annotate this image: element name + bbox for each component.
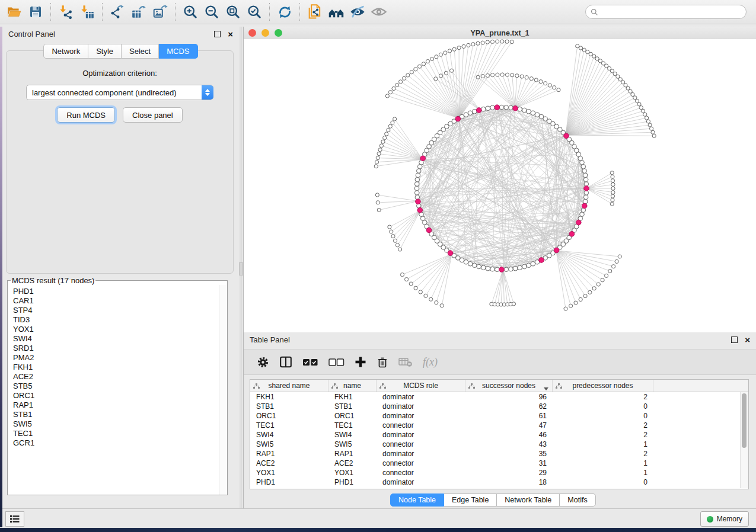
table-row[interactable]: PHD1PHD1dominator180 xyxy=(250,477,748,487)
gear-icon xyxy=(257,356,269,368)
import-network-button[interactable] xyxy=(55,2,76,22)
zoom-out-button[interactable] xyxy=(201,2,222,22)
export-network-button[interactable] xyxy=(107,2,128,22)
splitter-handle[interactable] xyxy=(239,262,243,275)
result-node[interactable]: SWI4 xyxy=(13,334,219,344)
import-table-button[interactable] xyxy=(76,2,98,22)
first-neighbors-button[interactable] xyxy=(326,2,347,22)
open-session-button[interactable] xyxy=(4,2,25,22)
close-panel-icon[interactable]: × xyxy=(228,30,233,39)
result-node[interactable]: TID3 xyxy=(13,315,219,325)
table-row[interactable]: STB1STB1dominator620 xyxy=(250,402,748,411)
table-row[interactable]: FKH1FKH1dominator962 xyxy=(250,392,748,402)
desktop-wallpaper-edge xyxy=(0,27,2,527)
result-node[interactable]: STB1 xyxy=(13,410,219,419)
tab-style[interactable]: Style xyxy=(88,44,122,59)
cell: 61 xyxy=(465,412,553,420)
control-panel-title: Control Panel xyxy=(8,30,55,39)
zoom-fit-button[interactable] xyxy=(222,2,244,22)
delete-table-button[interactable] xyxy=(398,357,413,367)
export-image-button[interactable] xyxy=(149,2,171,22)
task-history-button[interactable] xyxy=(5,511,24,527)
table-tabs: Node TableEdge TableNetwork TableMotifs xyxy=(390,493,596,507)
network-graph[interactable] xyxy=(244,39,756,332)
cell: 0 xyxy=(553,478,653,486)
criterion-dropdown[interactable]: largest connected component (undirected) xyxy=(26,85,213,100)
binoculars-icon xyxy=(328,4,344,20)
column-header-MCDS-role[interactable]: MCDS role xyxy=(377,380,465,392)
result-node[interactable]: GCR1 xyxy=(13,438,219,448)
table-row[interactable]: TEC1TEC1connector472 xyxy=(250,421,748,430)
result-node[interactable]: SRD1 xyxy=(13,344,219,353)
refresh-button[interactable] xyxy=(274,2,295,22)
table-row[interactable]: ORC1ORC1dominator610 xyxy=(250,411,748,421)
column-header-shared-name[interactable]: shared name xyxy=(250,380,328,392)
refresh-icon xyxy=(277,4,293,20)
scrollbar-thumb[interactable] xyxy=(742,393,747,448)
table-row[interactable]: ACE2ACE2connector311 xyxy=(250,459,748,468)
tab-node-table[interactable]: Node Table xyxy=(390,493,444,507)
column-header-predecessor-nodes[interactable]: predecessor nodes xyxy=(553,380,653,392)
save-session-button[interactable] xyxy=(25,2,46,22)
export-table-button[interactable] xyxy=(128,2,149,22)
zoom-selected-button[interactable] xyxy=(244,2,265,22)
table-row[interactable]: SWI4SWI4dominator462 xyxy=(250,430,748,440)
search-input[interactable] xyxy=(601,6,746,18)
result-node[interactable]: ACE2 xyxy=(13,372,219,382)
result-node[interactable]: CAR1 xyxy=(13,296,219,306)
result-scrollbar[interactable] xyxy=(219,285,227,495)
cell: RAP1 xyxy=(250,450,328,458)
control-panel-titlebar: Control Panel × xyxy=(2,27,239,41)
vertical-splitter[interactable] xyxy=(239,27,243,508)
tab-network[interactable]: Network xyxy=(43,44,88,59)
result-node[interactable]: RAP1 xyxy=(13,400,219,410)
function-builder-button[interactable]: f(x) xyxy=(423,356,438,368)
float-panel-icon[interactable] xyxy=(731,336,738,343)
result-node[interactable]: PMA2 xyxy=(13,353,219,363)
create-column-button[interactable] xyxy=(355,356,366,368)
table-scrollbar[interactable] xyxy=(740,392,748,488)
table-toolbar: f(x) xyxy=(244,349,756,375)
network-window-titlebar[interactable]: YPA_prune.txt_1 xyxy=(244,27,756,40)
result-node[interactable]: ORC1 xyxy=(13,391,219,400)
cell: 1 xyxy=(553,469,653,477)
result-node[interactable]: PHD1 xyxy=(13,287,219,296)
select-all-columns-button[interactable] xyxy=(302,357,318,367)
tab-network-table[interactable]: Network Table xyxy=(497,493,560,507)
tab-edge-table[interactable]: Edge Table xyxy=(444,493,497,507)
table-row[interactable]: RAP1RAP1dominator352 xyxy=(250,449,748,459)
result-node[interactable]: STP4 xyxy=(13,306,219,315)
search-field[interactable] xyxy=(585,5,747,19)
result-node[interactable]: SWI5 xyxy=(13,419,219,429)
result-node[interactable]: FKH1 xyxy=(13,363,219,372)
tab-select[interactable]: Select xyxy=(122,44,159,59)
cell: ORC1 xyxy=(250,412,328,420)
table-row[interactable]: SWI5SWI5connector431 xyxy=(250,440,748,449)
tab-motifs[interactable]: Motifs xyxy=(560,493,595,507)
column-header-successor-nodes[interactable]: successor nodes xyxy=(465,380,553,392)
hide-selected-button[interactable] xyxy=(347,2,368,22)
cell: ACE2 xyxy=(328,459,377,467)
cell: 47 xyxy=(465,421,553,430)
column-header-name[interactable]: name xyxy=(328,380,377,392)
run-mcds-button[interactable]: Run MCDS xyxy=(57,107,115,123)
delete-columns-button[interactable] xyxy=(377,356,388,368)
network-canvas[interactable] xyxy=(244,39,756,332)
memory-button[interactable]: Memory xyxy=(700,511,749,527)
eye-slash-icon xyxy=(349,4,366,20)
settings-gear-button[interactable] xyxy=(257,356,269,368)
show-all-button[interactable] xyxy=(368,2,390,22)
share-document-button[interactable] xyxy=(304,2,326,22)
tab-mcds[interactable]: MCDS xyxy=(159,44,197,59)
float-panel-icon[interactable] xyxy=(214,31,221,37)
result-node[interactable]: TEC1 xyxy=(13,429,219,438)
close-panel-icon[interactable]: × xyxy=(745,335,750,344)
table-mode-button[interactable] xyxy=(279,355,292,368)
unselect-all-columns-button[interactable] xyxy=(328,357,344,367)
cell: 0 xyxy=(553,412,653,420)
result-node[interactable]: YOX1 xyxy=(13,325,219,334)
result-node[interactable]: STB5 xyxy=(13,382,219,391)
close-panel-button[interactable]: Close panel xyxy=(123,107,183,123)
zoom-in-button[interactable] xyxy=(180,2,201,22)
table-row[interactable]: YOX1YOX1connector291 xyxy=(250,468,748,477)
